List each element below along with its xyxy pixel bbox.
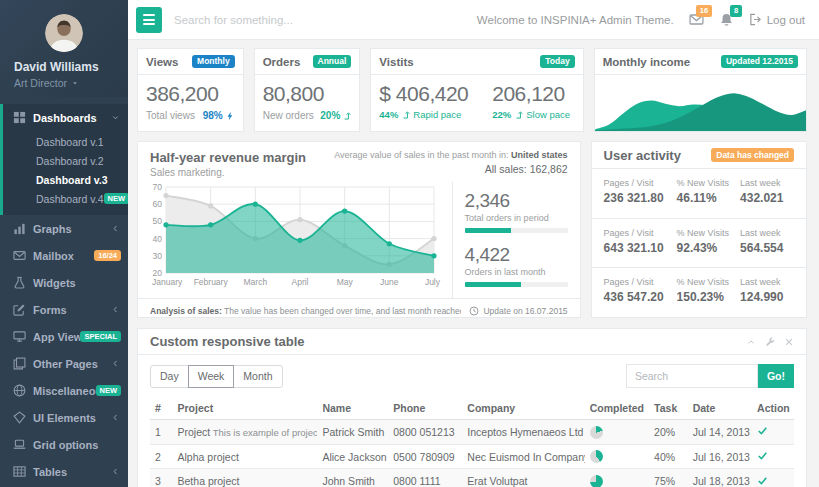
- sidebar-item-forms[interactable]: Forms: [3, 296, 128, 323]
- card-title: Views: [146, 56, 178, 68]
- sidebar-item-app-views[interactable]: App ViewsSPECIAL: [3, 323, 128, 350]
- panel-title: User activity: [604, 148, 681, 163]
- completed-pie-chart: [590, 426, 603, 439]
- stat-delta: 22%: [492, 109, 511, 120]
- sign-out-icon: [749, 13, 762, 26]
- user-activity-row: Pages / Visit643 321.10% New Visits92.43…: [592, 219, 806, 269]
- svg-text:January: January: [152, 277, 183, 287]
- data-changed-badge: Data has changed: [711, 148, 794, 162]
- sidebar-subitem-dashboard-v-2[interactable]: Dashboard v.2: [3, 151, 128, 170]
- ua-metric-label: Last week: [740, 228, 794, 238]
- sidebar-nav: DashboardsDashboard v.1Dashboard v.2Dash…: [0, 104, 128, 487]
- column-header-task[interactable]: Task: [649, 397, 688, 420]
- user-activity-row: Pages / Visit436 547.20% New Visits150.2…: [592, 268, 806, 318]
- orders-month-label: Orders in last month: [465, 267, 568, 277]
- svg-text:June: June: [380, 277, 399, 287]
- sidebar-item-graphs[interactable]: Graphs: [3, 215, 128, 242]
- table-header-row: #ProjectNamePhoneCompanyCompletedTaskDat…: [150, 397, 794, 420]
- table-search: Go!: [626, 364, 794, 388]
- user-activity-cell: % New Visits92.43%: [677, 228, 740, 268]
- table-cell: Erat Volutpat: [462, 469, 584, 487]
- orders-period-progress: [465, 228, 568, 233]
- sidebar-item-miscellaneous[interactable]: MiscellaneousNEW: [3, 377, 128, 404]
- sidebar-item-tables[interactable]: Tables: [3, 458, 128, 485]
- table-icon: [13, 465, 27, 479]
- column-header-date[interactable]: Date: [688, 397, 752, 420]
- sidebar-item-ui-elements[interactable]: UI Elements: [3, 404, 128, 431]
- table-cell: Jul 16, 2013: [688, 444, 752, 469]
- sidebar-item-label: Mailbox: [33, 250, 94, 262]
- orders-month-value: 4,422: [465, 244, 568, 266]
- menu-toggle-button[interactable]: [136, 7, 162, 33]
- column-header-phone[interactable]: Phone: [388, 397, 462, 420]
- alerts-count-badge: 8: [730, 5, 741, 17]
- sidebar-group-mailbox: Mailbox16/24: [0, 242, 128, 269]
- sidebar-subitem-dashboard-v-1[interactable]: Dashboard v.1: [3, 132, 128, 151]
- check-icon[interactable]: [757, 450, 768, 461]
- ua-metric-value: 150.23%: [677, 290, 740, 304]
- sidebar-submenu: Dashboard v.1Dashboard v.2Dashboard v.3D…: [3, 131, 128, 215]
- sidebar-group-tables: Tables: [0, 458, 128, 485]
- collapse-icon[interactable]: [746, 337, 756, 347]
- messages-button[interactable]: 16: [689, 12, 704, 27]
- panel-subtitle: Sales marketing.: [150, 167, 306, 178]
- column-header-action[interactable]: Action: [752, 397, 794, 420]
- sidebar-item-label: Miscellaneous: [33, 385, 96, 397]
- notifications-button[interactable]: 8: [719, 12, 734, 27]
- table-search-input[interactable]: [626, 364, 758, 388]
- clock-icon: [469, 306, 479, 316]
- table-row[interactable]: 2Alpha projectAlice Jackson0500 780909Ne…: [150, 444, 794, 469]
- table-row[interactable]: 3Betha projectJohn Smith0800 1111Erat Vo…: [150, 469, 794, 487]
- close-icon[interactable]: [784, 337, 794, 347]
- sidebar-subitem-dashboard-v-4[interactable]: Dashboard v.4NEW: [3, 189, 128, 208]
- column-header-name[interactable]: Name: [317, 397, 388, 420]
- table-row[interactable]: 1Project This is example of projectPatri…: [150, 420, 794, 445]
- range-button-month[interactable]: Month: [233, 365, 282, 388]
- sidebar-item-grid-options[interactable]: Grid options: [3, 431, 128, 458]
- search-input[interactable]: [174, 14, 465, 26]
- sidebar-item-dashboards[interactable]: Dashboards: [3, 104, 128, 131]
- update-info: Update on 16.07.2015: [469, 306, 567, 316]
- table-cell: [585, 420, 649, 445]
- wrench-icon[interactable]: [765, 337, 775, 347]
- bar-chart-icon: [13, 222, 27, 236]
- sidebar-badge: NEW: [96, 385, 122, 397]
- range-button-week[interactable]: Week: [188, 365, 235, 388]
- sidebar-item-label: App Views: [33, 331, 80, 343]
- column-header-project[interactable]: Project: [173, 397, 318, 420]
- check-icon[interactable]: [757, 475, 768, 486]
- sidebar-subitem-dashboard-v-3[interactable]: Dashboard v.3: [3, 170, 128, 189]
- flask-icon: [13, 276, 27, 290]
- check-icon[interactable]: [757, 425, 768, 436]
- middle-row: Half-year revenue margin Sales marketing…: [137, 141, 807, 318]
- sidebar-subitem-label: Dashboard v.4: [36, 193, 104, 205]
- svg-text:March: March: [244, 277, 268, 287]
- svg-text:May: May: [337, 277, 354, 287]
- logout-button[interactable]: Log out: [749, 13, 805, 26]
- table-cell: 20%: [649, 420, 688, 445]
- chevron-left-icon: [111, 413, 121, 423]
- sidebar-item-other-pages[interactable]: Other Pages: [3, 350, 128, 377]
- sidebar-item-widgets[interactable]: Widgets: [3, 269, 128, 296]
- table-cell: 75%: [649, 469, 688, 487]
- table-cell: Nec Euismod In Company: [462, 444, 584, 469]
- sidebar-group-other-pages: Other Pages: [0, 350, 128, 377]
- sidebar-item-mailbox[interactable]: Mailbox16/24: [3, 242, 128, 269]
- table-panel: Custom responsive table DayWeekMonth Go!: [137, 328, 807, 487]
- range-button-day[interactable]: Day: [150, 365, 189, 388]
- column-header-[interactable]: #: [150, 397, 173, 420]
- sales-note: Average value of sales in the past month…: [334, 150, 567, 175]
- analysis-text: Analysis of sales: The value has been ch…: [150, 306, 461, 316]
- column-header-company[interactable]: Company: [462, 397, 584, 420]
- panel-title: Half-year revenue margin: [150, 150, 306, 165]
- svg-text:30: 30: [153, 251, 163, 261]
- note-country: United states: [511, 150, 568, 160]
- profile-role-dropdown[interactable]: Art Director: [14, 77, 128, 89]
- main-area: Welcome to INSPINIA+ Admin Theme. 16 8 L…: [128, 0, 819, 487]
- sidebar-item-label: Tables: [33, 466, 111, 478]
- table-cell: [752, 420, 794, 445]
- column-header-completed[interactable]: Completed: [585, 397, 649, 420]
- go-button[interactable]: Go!: [758, 364, 794, 388]
- topbar: Welcome to INSPINIA+ Admin Theme. 16 8 L…: [128, 0, 819, 40]
- monthly-income-card: Monthly income Updated 12.2015: [594, 48, 807, 132]
